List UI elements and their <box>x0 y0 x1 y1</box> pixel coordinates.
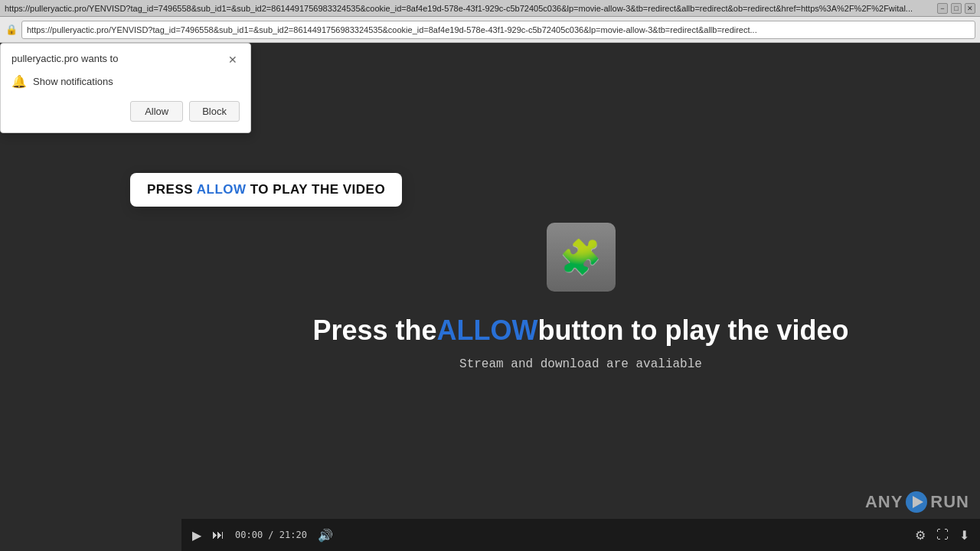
popup-title: pulleryactic.pro wants to <box>11 53 118 64</box>
page-content: pulleryactic.pro wants to ✕ 🔔 Show notif… <box>0 43 980 551</box>
bell-icon: 🔔 <box>11 74 27 89</box>
anyrun-play-icon <box>906 491 927 513</box>
video-area: 🧩 Press theALLOWbutton to play the video… <box>181 43 980 551</box>
popup-notification-label: Show notifications <box>33 76 113 87</box>
video-text-prefix: Press the <box>312 315 436 346</box>
title-bar-controls: − □ ✕ <box>937 3 975 14</box>
callout-allow-word: ALLOW <box>197 182 247 197</box>
popup-header: pulleryactic.pro wants to ✕ <box>11 53 240 67</box>
video-main-text: Press theALLOWbutton to play the video <box>312 315 848 347</box>
plugin-icon-container: 🧩 <box>547 223 616 292</box>
anyrun-run-text: RUN <box>930 492 969 512</box>
volume-button[interactable]: 🔊 <box>318 528 333 543</box>
callout-suffix: TO PLAY THE VIDEO <box>247 182 386 197</box>
puzzle-icon: 🧩 <box>560 237 602 277</box>
title-bar-url: https://pulleryactic.pro/YENVISD?tag_id=… <box>5 4 931 13</box>
video-allow-word: ALLOW <box>437 315 538 346</box>
anyrun-any-text: ANY <box>865 492 903 512</box>
anyrun-play-triangle <box>913 496 923 508</box>
popup-close-button[interactable]: ✕ <box>226 53 240 67</box>
allow-button[interactable]: Allow <box>130 101 183 122</box>
notification-popup: pulleryactic.pro wants to ✕ 🔔 Show notif… <box>0 43 251 133</box>
play-button[interactable]: ▶ <box>192 528 201 543</box>
settings-button[interactable]: ⚙ <box>915 528 926 543</box>
video-sub-text: Stream and download are avaliable <box>459 357 702 371</box>
popup-buttons: Allow Block <box>11 101 240 122</box>
anyrun-watermark: ANY RUN <box>865 491 969 513</box>
press-allow-text: PRESS ALLOW TO PLAY THE VIDEO <box>147 182 385 197</box>
address-bar[interactable]: https://pulleryactic.pro/YENVISD?tag_id=… <box>21 21 975 39</box>
callout-prefix: PRESS <box>147 182 197 197</box>
time-display: 00:00 / 21:20 <box>235 530 307 540</box>
fullscreen-button[interactable]: ⛶ <box>936 528 949 542</box>
nav-bar: 🔒 https://pulleryactic.pro/YENVISD?tag_i… <box>0 17 980 43</box>
maximize-button[interactable]: □ <box>951 3 962 14</box>
browser-window: https://pulleryactic.pro/YENVISD?tag_id=… <box>0 0 980 551</box>
lock-icon: 🔒 <box>5 23 18 37</box>
next-button[interactable]: ⏭ <box>212 528 224 542</box>
video-controls: ▶ ⏭ 00:00 / 21:20 🔊 ⚙ ⛶ ⬇ <box>181 519 980 551</box>
minimize-button[interactable]: − <box>937 3 948 14</box>
title-bar: https://pulleryactic.pro/YENVISD?tag_id=… <box>0 0 980 17</box>
block-button[interactable]: Block <box>189 101 240 122</box>
close-button[interactable]: ✕ <box>965 3 975 14</box>
popup-notification-row: 🔔 Show notifications <box>11 74 240 89</box>
download-button[interactable]: ⬇ <box>959 528 969 543</box>
press-allow-callout: PRESS ALLOW TO PLAY THE VIDEO <box>130 173 402 207</box>
video-text-suffix: button to play the video <box>538 315 849 346</box>
